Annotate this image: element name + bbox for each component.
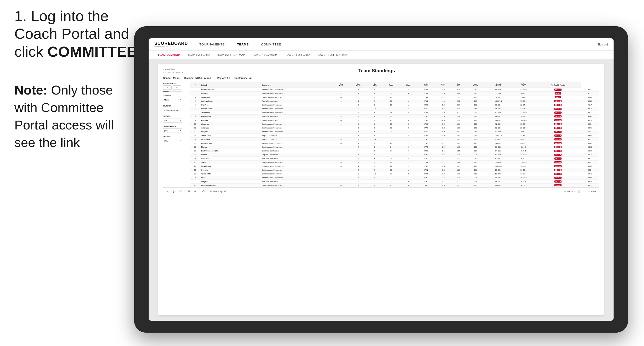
toolbar-copy-icon[interactable]: ⧉: [187, 189, 191, 193]
score-badge: 54-4-0: [555, 92, 561, 95]
col-reg-rank: RegRank: [333, 82, 350, 88]
table-cell: 209: [466, 138, 485, 141]
table-cell: 1.85: [451, 138, 466, 141]
table-cell: Southern Conference: [262, 149, 333, 153]
min-input[interactable]: 4: [163, 85, 172, 90]
gender-select[interactable]: Men's ▾: [163, 98, 182, 102]
toolbar-reload-icon[interactable]: ↺: [178, 189, 183, 193]
table-cell: 9: [367, 164, 382, 168]
table-row: 20TexasSoutheastern Conference—89281278.…: [190, 161, 599, 164]
logo-sub: Powered by clippd: [154, 45, 188, 48]
table-cell: Georgia: [200, 168, 261, 172]
toolbar-icon3[interactable]: ⤡: [583, 190, 585, 193]
table-cell: 88-17-0: [485, 88, 512, 92]
standings-title: Team Standings: [183, 68, 570, 73]
table-cell: 60.71: [581, 126, 599, 130]
toolbar-add-icon[interactable]: ⊕: [193, 189, 197, 193]
min-rounds-inputs: 4 30: [163, 85, 187, 90]
sub-nav-player-summary[interactable]: PLAYER SUMMARY: [248, 51, 281, 59]
table-cell: Pac-12 Conference: [262, 118, 333, 122]
conference-select[interactable]: (All) ▾: [163, 129, 182, 133]
table-row: 1North CarolinaAtlantic Coast Conference…: [190, 88, 599, 92]
table-cell: 8-14-0: [512, 157, 535, 161]
watch-button[interactable]: 👁 Watch ▾: [564, 190, 575, 193]
region-select-arrow: ▾: [180, 119, 181, 121]
table-cell: 269: [466, 172, 485, 176]
table-cell: 66-40-1: [485, 180, 512, 183]
table-cell: 83-15-0: [485, 130, 512, 134]
note-section: Note: Only those with Committee Portal a…: [14, 81, 115, 151]
table-cell: 87.21: [581, 92, 599, 95]
view-original-button[interactable]: 👁 View: Original: [210, 190, 226, 193]
table-cell: 1: [400, 103, 416, 107]
table-cell: -2.0: [435, 172, 450, 176]
rounds-slider[interactable]: [163, 91, 182, 92]
school-select-value: (All): [164, 140, 168, 142]
table-cell: Auburn: [200, 92, 261, 95]
score-badge: 32-19-0: [554, 112, 562, 114]
sub-nav-team-summary[interactable]: TEAM SUMMARY: [154, 51, 184, 59]
division-select-arrow: ▾: [180, 109, 181, 111]
table-cell: —: [333, 115, 350, 118]
table-cell: 6: [367, 122, 382, 126]
col-wins: Wins: [400, 82, 416, 88]
table-cell: 279.9: [416, 172, 435, 176]
sub-nav-player-h2h-grid[interactable]: PLAYER H2H GRID: [281, 51, 313, 59]
table-cell: 24: [382, 145, 400, 149]
table-row: 21New MexicoMountain West Conference—192…: [190, 164, 599, 168]
table-cell: 27: [382, 176, 400, 180]
table-cell: 38-6-0: [535, 95, 581, 99]
table-cell: 60-39-2: [485, 183, 512, 187]
nav-teams[interactable]: TEAMS: [235, 42, 251, 47]
table-cell: 267: [466, 149, 485, 153]
toolbar-clock-icon[interactable]: ⏱: [201, 189, 206, 193]
table-cell: 2: [400, 138, 416, 141]
table-cell: 1.28: [451, 153, 466, 157]
table-cell: Duke: [200, 176, 261, 180]
table-cell: 23: [382, 153, 400, 157]
table-cell: 9-10-1: [512, 149, 535, 153]
division-select[interactable]: NCAA Division I ▾: [163, 108, 182, 112]
table-cell: 2.37: [451, 103, 466, 107]
sub-nav-player-h2h-heatmap[interactable]: PLAYER H2H HEATMAP: [313, 51, 352, 59]
sub-nav: TEAM SUMMARY TEAM H2H GRID TEAM H2H HEAT…: [148, 51, 614, 59]
nav-committee[interactable]: COMMITTEE: [259, 42, 283, 47]
toolbar-forward-icon[interactable]: ▷: [172, 189, 176, 193]
table-cell: 273.5: [416, 88, 435, 92]
score-badge: 36-17-1: [554, 127, 562, 129]
sign-out-button[interactable]: Sign out: [597, 43, 608, 46]
col-conference: Conference: [262, 82, 333, 88]
toolbar-icon2[interactable]: ⬜: [578, 190, 580, 193]
table-cell: —: [333, 99, 350, 103]
table-cell: 60.3: [581, 118, 599, 122]
step-title: 1. Log into the Coach Portal and click C…: [14, 7, 154, 61]
gender-filter-group: Gender Men's ▾: [163, 95, 187, 102]
table-cell: 24: [382, 149, 400, 153]
table-cell: 8: [367, 115, 382, 118]
score-badge: 29-21-0: [554, 158, 562, 160]
sub-nav-team-h2h-heatmap[interactable]: TEAM H2H HEATMAP: [213, 51, 248, 59]
table-cell: —: [333, 118, 350, 122]
nav-tournaments[interactable]: TOURNAMENTS: [198, 42, 227, 47]
school-select[interactable]: (All) ▾: [163, 139, 182, 143]
table-cell: 266: [466, 168, 485, 172]
table-cell: -3.1: [435, 180, 450, 183]
update-time: Update time: 27/03/2024 16:56:26: [163, 68, 183, 74]
table-cell: -5.1: [435, 149, 450, 153]
share-button[interactable]: ↗ Share: [588, 190, 596, 193]
table-cell: 7: [367, 99, 382, 103]
max-input[interactable]: 30: [172, 85, 181, 90]
table-cell: 1: [350, 88, 367, 92]
conference-select-arrow: ▾: [180, 130, 181, 132]
table-cell: 20: [190, 161, 200, 164]
table-cell: 27: [382, 164, 400, 168]
sub-nav-team-h2h-grid[interactable]: TEAM H2H GRID: [184, 51, 213, 59]
table-cell: 5: [350, 176, 367, 180]
table-cell: Illinois: [200, 153, 261, 157]
col-no-tour: NoTour: [367, 82, 382, 88]
toolbar-back-icon[interactable]: ◁: [166, 189, 170, 193]
table-cell: 276.1: [416, 141, 435, 145]
table-cell: 89.11: [581, 88, 599, 92]
region-select[interactable]: N/A ▾: [163, 118, 182, 123]
table-cell: 24: [190, 176, 200, 180]
